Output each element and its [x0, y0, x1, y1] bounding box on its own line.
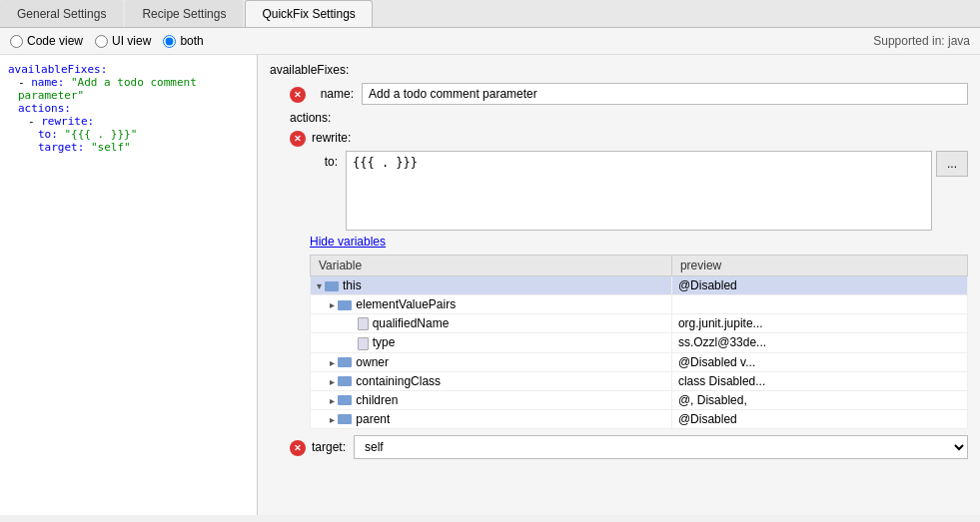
left-line-1: availableFixes: — [8, 63, 249, 76]
name-input[interactable] — [362, 83, 968, 105]
to-row: to: {{{ . }}} ... — [270, 151, 968, 231]
left-line-3: actions: — [8, 102, 249, 115]
right-panel: availableFixes: name: actions: rewrite: … — [258, 55, 980, 515]
var-table-row[interactable]: owner@Disabled v... — [311, 352, 968, 371]
var-preview-cell: ss.Ozzl@33de... — [671, 333, 967, 352]
ellipsis-button[interactable]: ... — [936, 151, 968, 177]
variables-table-header: Variable preview — [311, 256, 968, 276]
toolbar: Code view UI view both Supported in: jav… — [0, 28, 980, 55]
left-line-5: to: "{{{ . }}}" — [8, 128, 249, 141]
var-preview-cell: class Disabled... — [671, 371, 967, 390]
hide-variables-link[interactable]: Hide variables — [310, 235, 968, 249]
ui-view-label: UI view — [112, 34, 151, 48]
rewrite-label: rewrite: — [312, 129, 351, 145]
var-name-cell: parent — [311, 409, 672, 428]
var-preview-cell: @, Disabled, — [671, 390, 967, 409]
var-name-cell: elementValuePairs — [311, 295, 672, 314]
var-name-cell: containingClass — [311, 371, 672, 390]
remove-action-button[interactable] — [290, 131, 306, 147]
both-view-option[interactable]: both — [163, 34, 203, 48]
both-label: both — [180, 34, 203, 48]
var-preview-cell: @Disabled — [671, 409, 967, 428]
available-fixes-label: availableFixes: — [270, 63, 349, 77]
col-variable: Variable — [311, 256, 672, 276]
target-select[interactable]: selfthisparent — [354, 435, 968, 459]
ui-view-option[interactable]: UI view — [95, 34, 151, 48]
remove-fix-button[interactable] — [290, 87, 306, 103]
supported-text: Supported in: java — [873, 34, 970, 48]
available-fixes-row: availableFixes: — [270, 63, 968, 77]
tab-recipe[interactable]: Recipe Settings — [125, 0, 243, 27]
remove-target-button[interactable] — [290, 440, 306, 456]
var-name-cell: type — [311, 333, 672, 352]
view-mode-group: Code view UI view both — [10, 34, 204, 48]
var-preview-cell: @Disabled v... — [671, 352, 967, 371]
code-view-option[interactable]: Code view — [10, 34, 83, 48]
var-table-row[interactable]: typess.Ozzl@33de... — [311, 333, 968, 352]
to-textarea[interactable]: {{{ . }}} — [346, 151, 932, 231]
tab-general[interactable]: General Settings — [0, 0, 123, 27]
var-table-row[interactable]: parent@Disabled — [311, 409, 968, 428]
name-row: name: — [270, 83, 968, 105]
left-panel: availableFixes: - name: "Add a todo comm… — [0, 55, 258, 515]
var-name-cell: this — [311, 276, 672, 295]
variables-table: Variable preview this@Disabled elementVa… — [310, 255, 968, 429]
var-table-row[interactable]: this@Disabled — [311, 276, 968, 295]
var-table-row[interactable]: elementValuePairs — [311, 295, 968, 314]
var-table-row[interactable]: qualifiedNameorg.junit.jupite... — [311, 314, 968, 333]
var-preview-cell: org.junit.jupite... — [671, 314, 967, 333]
target-row: target: selfthisparent — [270, 435, 968, 459]
to-textarea-wrapper: {{{ . }}} ... — [346, 151, 968, 231]
var-preview-cell: @Disabled — [671, 276, 967, 295]
actions-label: actions: — [270, 111, 968, 125]
left-line-6: target: "self" — [8, 141, 249, 154]
target-label: target: — [312, 440, 354, 454]
main-content: availableFixes: - name: "Add a todo comm… — [0, 55, 980, 515]
tab-quickfix[interactable]: QuickFix Settings — [245, 0, 372, 27]
tabs-bar: General Settings Recipe Settings QuickFi… — [0, 0, 980, 28]
var-table-row[interactable]: children@, Disabled, — [311, 390, 968, 409]
left-line-4: - rewrite: — [8, 115, 249, 128]
var-preview-cell — [671, 295, 967, 314]
var-name-cell: owner — [311, 352, 672, 371]
code-view-label: Code view — [27, 34, 83, 48]
var-table-row[interactable]: containingClassclass Disabled... — [311, 371, 968, 390]
to-label: to: — [310, 151, 346, 169]
name-label: name: — [312, 87, 362, 101]
col-preview: preview — [671, 256, 967, 276]
var-name-cell: children — [311, 390, 672, 409]
left-line-2: - name: "Add a todo comment parameter" — [8, 76, 249, 102]
rewrite-row: rewrite: — [270, 129, 968, 147]
var-name-cell: qualifiedName — [311, 314, 672, 333]
